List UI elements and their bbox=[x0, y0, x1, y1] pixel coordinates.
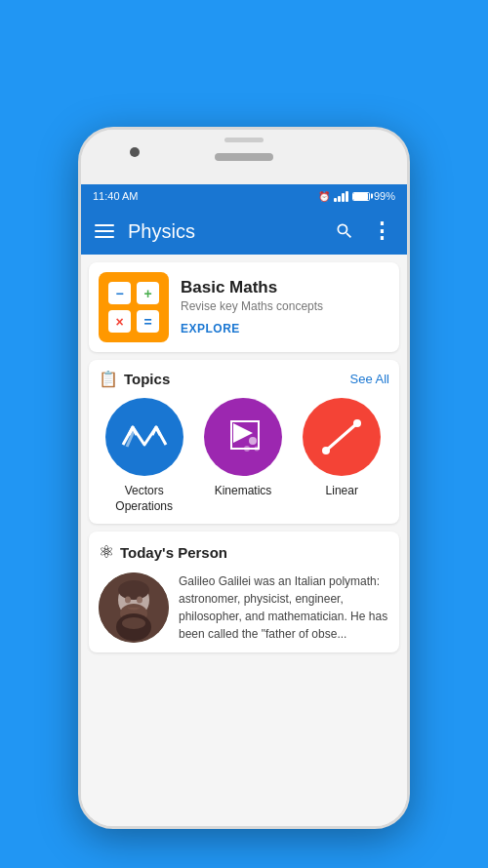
plus-symbol: + bbox=[137, 282, 159, 304]
svg-point-12 bbox=[125, 597, 131, 604]
battery-icon bbox=[352, 192, 370, 201]
menu-button[interactable] bbox=[95, 224, 114, 238]
minus-symbol: − bbox=[108, 282, 131, 304]
equals-symbol: = bbox=[137, 310, 159, 333]
status-right: ⏰ 99% bbox=[318, 190, 395, 202]
clock-icon: ⏰ bbox=[318, 191, 330, 202]
vectors-label: VectorsOperations bbox=[115, 484, 173, 514]
svg-point-10 bbox=[118, 580, 149, 600]
see-all-button[interactable]: See All bbox=[350, 372, 389, 386]
app-bar: Physics ⋮ bbox=[81, 208, 407, 255]
battery-percent: 99% bbox=[374, 190, 395, 202]
svg-point-6 bbox=[322, 447, 330, 454]
screen: 11:40 AM ⏰ 99% bbox=[81, 184, 407, 826]
topics-section: 📋 Topics See All bbox=[89, 360, 399, 524]
topic-vectors[interactable]: VectorsOperations bbox=[99, 398, 189, 514]
galileo-portrait bbox=[99, 572, 169, 643]
signal-icon bbox=[334, 190, 348, 202]
status-bar: 11:40 AM ⏰ 99% bbox=[81, 184, 407, 208]
app-title: Physics bbox=[128, 220, 319, 243]
topics-header: 📋 Topics See All bbox=[99, 370, 389, 388]
person-description: Galileo Galilei was an Italian polymath:… bbox=[179, 572, 389, 643]
phone-top-bezel bbox=[81, 130, 407, 184]
topic-kinematics[interactable]: Kinematics bbox=[197, 398, 288, 514]
volume-button[interactable] bbox=[407, 374, 410, 413]
topics-title-container: 📋 Topics bbox=[99, 370, 170, 388]
svg-point-13 bbox=[137, 597, 142, 604]
times-symbol: × bbox=[108, 310, 131, 333]
maths-title: Basic Maths bbox=[181, 278, 389, 297]
kinematics-icon bbox=[218, 412, 268, 462]
svg-point-3 bbox=[244, 446, 250, 452]
linear-label: Linear bbox=[326, 484, 358, 499]
svg-line-5 bbox=[326, 423, 357, 451]
maths-card[interactable]: − + × = Basic Maths Revise key Maths con… bbox=[89, 262, 399, 352]
linear-icon bbox=[316, 412, 367, 462]
person-content: Galileo Galilei was an Italian polymath:… bbox=[99, 572, 389, 643]
linear-circle bbox=[303, 398, 381, 476]
kinematics-label: Kinematics bbox=[215, 484, 272, 499]
person-header: ⚛ Today's Person bbox=[99, 541, 389, 563]
vectors-icon bbox=[117, 415, 172, 458]
svg-point-4 bbox=[254, 447, 259, 452]
svg-point-7 bbox=[353, 419, 361, 427]
person-avatar bbox=[99, 572, 169, 643]
maths-icon-box: − + × = bbox=[99, 272, 169, 342]
time: 11:40 AM bbox=[93, 190, 138, 202]
more-button[interactable]: ⋮ bbox=[370, 219, 393, 243]
atom-icon: ⚛ bbox=[99, 541, 114, 563]
maths-info: Basic Maths Revise key Maths concepts EX… bbox=[181, 278, 389, 336]
camera bbox=[130, 147, 140, 157]
person-section-title: Today's Person bbox=[120, 544, 227, 561]
svg-point-15 bbox=[122, 617, 145, 629]
topics-book-icon: 📋 bbox=[99, 370, 118, 388]
volume-left-button[interactable] bbox=[78, 305, 81, 364]
topics-row: VectorsOperations bbox=[99, 398, 389, 514]
topic-linear[interactable]: Linear bbox=[297, 398, 387, 514]
phone-shell: 11:40 AM ⏰ 99% bbox=[78, 127, 410, 829]
vectors-circle bbox=[105, 398, 183, 476]
person-card: ⚛ Today's Person bbox=[89, 532, 399, 652]
explore-button[interactable]: EXPLORE bbox=[181, 322, 240, 335]
svg-point-2 bbox=[249, 437, 257, 445]
search-button[interactable] bbox=[333, 219, 356, 243]
speaker bbox=[215, 153, 273, 161]
phone-button-top bbox=[224, 138, 264, 142]
maths-subtitle: Revise key Maths concepts bbox=[181, 299, 389, 313]
kinematics-circle bbox=[204, 398, 282, 476]
power-button[interactable] bbox=[407, 325, 410, 364]
content-area: − + × = Basic Maths Revise key Maths con… bbox=[81, 255, 407, 826]
topics-title: Topics bbox=[124, 371, 170, 387]
